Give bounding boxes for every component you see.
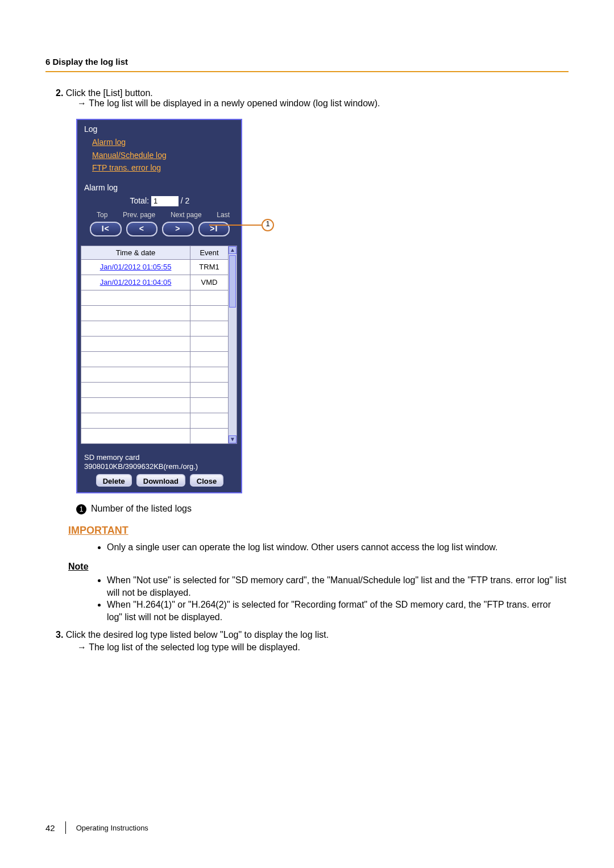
close-button[interactable]: Close [190,474,223,487]
total-suffix: / 2 [181,196,190,205]
scrollbar[interactable]: ▲ ▼ [229,246,237,445]
scroll-thumb[interactable] [229,255,236,308]
table-row [81,352,229,367]
scroll-down-icon[interactable]: ▼ [229,435,237,443]
empty-cell [81,306,190,321]
table-row: Jan/01/2012 01:05:55TRM1 [81,260,229,275]
note-bullet-1: When "Not use" is selected for "SD memor… [107,574,569,599]
table-row [81,429,229,444]
empty-cell [81,337,190,352]
delete-button[interactable]: Delete [96,474,132,487]
empty-cell [81,413,190,429]
empty-cell [81,429,190,444]
empty-cell [81,290,190,306]
note-heading: Note [68,562,569,572]
sd-card-label: SD memory card [84,453,235,462]
table-row [81,383,229,398]
empty-cell [81,367,190,383]
empty-cell [190,413,229,429]
empty-cell [190,352,229,367]
table-row [81,306,229,321]
empty-cell [190,306,229,321]
nav-label-last: Last [217,211,230,219]
empty-cell [190,429,229,444]
callout-number-icon: 1 [262,219,274,231]
legend-number-icon: 1 [76,504,86,514]
empty-cell [190,337,229,352]
link-manual-schedule-log[interactable]: Manual/Schedule log [92,151,235,160]
section-rule [45,71,569,72]
empty-cell [81,398,190,413]
page-footer: 42 Operating Instructions [45,821,148,834]
log-subheading: Alarm log [84,183,235,193]
important-heading: IMPORTANT [68,525,569,537]
nav-label-next: Next page [171,211,202,219]
table-row [81,367,229,383]
link-alarm-log[interactable]: Alarm log [92,138,235,147]
nav-label-top: Top [97,211,107,219]
total-value-input[interactable]: 1 [151,196,179,206]
link-ftp-error-log[interactable]: FTP trans. error log [92,163,235,173]
legend-text: Number of the listed logs [91,504,192,513]
nav-top-button[interactable]: I< [90,222,122,236]
log-datetime-link[interactable]: Jan/01/2012 01:04:05 [100,278,172,286]
prev-icon: < [139,224,144,234]
empty-cell [190,398,229,413]
table-row [81,321,229,337]
total-label: Total: [130,196,149,205]
step-2-text: Click the [List] button. [66,88,153,98]
table-row [81,413,229,429]
empty-cell [81,321,190,337]
table-row: Jan/01/2012 01:04:05VMD [81,275,229,290]
log-datetime-cell: Jan/01/2012 01:04:05 [81,275,190,290]
note-bullet-2: When "H.264(1)" or "H.264(2)" is selecte… [107,599,569,623]
log-event-cell: VMD [190,275,229,290]
footer-separator [65,821,66,834]
sd-card-info: 3908010KB/3909632KB(rem./org.) [84,462,235,471]
first-icon: I< [102,224,110,234]
step-3-result: → The log list of the selected log type … [77,641,569,654]
section-title: 6 Display the log list [45,57,569,67]
log-event-cell: TRM1 [190,260,229,275]
table-row [81,398,229,413]
log-heading: Log [84,124,235,134]
empty-cell [81,352,190,367]
step-2-number: 2. [56,88,63,98]
col-event: Event [190,246,229,260]
step-3-text: Click the desired log type listed below … [66,630,329,639]
nav-prev-button[interactable]: < [126,222,158,236]
empty-cell [190,290,229,306]
empty-cell [190,321,229,337]
table-row [81,290,229,306]
empty-cell [190,383,229,398]
nav-next-button[interactable]: > [162,222,194,236]
callout-1: 1 [209,219,274,231]
step-2: 2. Click the [List] button. → The log li… [56,88,569,109]
download-button[interactable]: Download [136,474,185,487]
log-datetime-link[interactable]: Jan/01/2012 01:05:55 [100,263,172,271]
log-datetime-cell: Jan/01/2012 01:05:55 [81,260,190,275]
log-list-window: Log Alarm log Manual/Schedule log FTP tr… [76,119,242,493]
callout-leader [209,225,262,226]
table-row [81,337,229,352]
callout-legend: 1Number of the listed logs [76,504,569,514]
empty-cell [81,383,190,398]
scroll-up-icon[interactable]: ▲ [229,246,237,254]
next-icon: > [175,224,180,234]
log-table: Time & date Event Jan/01/2012 01:05:55TR… [81,246,229,445]
col-time-date: Time & date [81,246,190,260]
step-2-result: → The log list will be displayed in a ne… [77,98,569,109]
step-3-number: 3. [56,629,63,641]
doc-title: Operating Instructions [76,824,148,832]
nav-label-prev: Prev. page [123,211,155,219]
empty-cell [190,367,229,383]
page-number: 42 [45,823,55,833]
important-bullet-1: Only a single user can operate the log l… [107,541,569,554]
